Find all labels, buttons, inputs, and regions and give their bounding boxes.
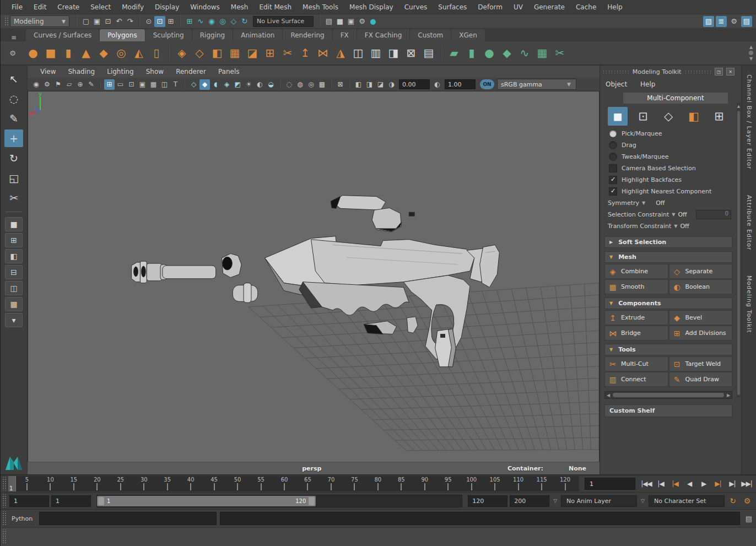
combine-button[interactable]: ◈Combine (604, 264, 668, 279)
select-hierarchy-icon[interactable]: ⊙ (143, 16, 154, 27)
command-input[interactable] (39, 512, 217, 525)
animation-start-field[interactable]: 1 (9, 495, 49, 507)
tab-modeling-toolkit[interactable]: Modeling Toolkit (744, 272, 754, 337)
radio-pick-marquee[interactable] (609, 129, 617, 138)
extract-icon[interactable]: ◧ (209, 45, 225, 61)
region-crop-icon[interactable]: ◪ (375, 79, 386, 90)
menu-create[interactable]: Create (52, 2, 85, 13)
chevron-down-icon[interactable]: ▽ (639, 498, 646, 504)
character-set-dropdown[interactable]: No Character Set (649, 495, 725, 507)
transform-constraint-row[interactable]: Transform Constraint ▼ Off (600, 220, 737, 231)
wireframe-icon[interactable]: ◇ (188, 79, 199, 90)
menu-modify[interactable]: Modify (116, 2, 149, 13)
cut-sew-uv-icon[interactable]: ✂ (552, 45, 568, 61)
menu-curves[interactable]: Curves (399, 2, 433, 13)
snap-grid-icon[interactable]: ⊞ (184, 16, 195, 27)
grid-icon[interactable]: ⊞ (104, 79, 115, 90)
multisample-icon[interactable]: ◍ (295, 79, 305, 90)
scroll-right-icon[interactable]: ▶ (725, 393, 732, 398)
edge-mode-icon[interactable]: ◇ (658, 107, 678, 126)
shelf-tab-rigging[interactable]: Rigging (192, 29, 233, 41)
smooth-shade-icon[interactable]: ◆ (199, 79, 210, 90)
shelf-scrollbar[interactable]: ▲ ▼ (747, 45, 756, 61)
scroll-thumb[interactable] (749, 51, 753, 55)
checkbox-highlight-backfaces[interactable]: ✓ (609, 176, 617, 184)
timeline-grip[interactable] (2, 477, 6, 490)
extrude-icon[interactable]: ↥ (297, 45, 314, 61)
automatic-mapping-icon[interactable]: ◆ (499, 45, 515, 61)
panel-menu-show[interactable]: Show (140, 67, 170, 77)
layout-single-pane-icon[interactable]: ■ (5, 217, 23, 231)
step-forward-frame-button[interactable]: ▶| (726, 478, 739, 490)
undo-icon[interactable]: ↶ (114, 16, 125, 27)
script-editor-icon[interactable]: ▤ (743, 513, 754, 524)
menu-mesh-display[interactable]: Mesh Display (344, 2, 399, 13)
film-gate-icon[interactable]: ▭ (115, 79, 126, 90)
object-subset-icon[interactable]: ◧ (353, 79, 364, 90)
playhead[interactable]: 1 (8, 476, 16, 491)
poly-pipe-icon[interactable]: ▯ (148, 45, 165, 61)
checkbox-highlight-nearest-component[interactable]: ✓ (609, 187, 617, 196)
play-forwards-button[interactable]: ▶ (697, 478, 710, 490)
contrast-field[interactable]: 1.00 (445, 79, 476, 89)
shelf-tab-xgen[interactable]: XGen (451, 29, 485, 41)
bevel-button[interactable]: ◆Bevel (669, 310, 733, 325)
color-management-toggle[interactable]: ON (480, 79, 494, 89)
append-polygon-icon[interactable]: ▤ (420, 45, 437, 61)
component-subset-icon[interactable]: ◨ (364, 79, 375, 90)
connect-button[interactable]: ▥Connect (604, 372, 668, 387)
panel-menu-shading[interactable]: Shading (62, 67, 101, 77)
subdivide-icon[interactable]: ⊞ (262, 45, 278, 61)
shelf-tab-fx[interactable]: FX (333, 29, 357, 41)
selection-constraint-field[interactable]: 0 (696, 210, 731, 219)
menu-mesh[interactable]: Mesh (225, 2, 254, 13)
shelf-gear-icon[interactable]: ⚙ (1, 49, 25, 57)
soft-selection-header[interactable]: ▶ Soft Selection (604, 236, 732, 248)
range-slider-bar[interactable]: 1 120 (97, 496, 316, 506)
separate-button[interactable]: ◇Separate (669, 264, 733, 279)
vertex-mode-icon[interactable]: ⊡ (633, 107, 653, 126)
target-weld-button[interactable]: ⊡Target Weld (669, 356, 733, 371)
range-grip[interactable] (2, 494, 6, 507)
scroll-up-icon[interactable]: ▲ (749, 45, 753, 50)
playback-end-field[interactable]: 120 (468, 495, 507, 507)
poly-cube-icon[interactable]: ■ (42, 45, 59, 61)
delete-edge-icon[interactable]: ⊠ (403, 45, 419, 61)
scroll-thumb[interactable] (613, 393, 724, 397)
bridge-icon[interactable]: ⋈ (315, 45, 331, 61)
smooth-button[interactable]: ▦Smooth (604, 279, 668, 294)
shelf-tab-polygons[interactable]: Polygons (100, 29, 144, 41)
shelf-menu-icon[interactable]: ≡ (2, 34, 26, 41)
attribute-editor-toggle-icon[interactable]: ▤ (741, 16, 752, 27)
close-icon[interactable]: ✕ (726, 68, 735, 75)
playback-start-field[interactable]: 1 (51, 495, 91, 507)
menu-windows[interactable]: Windows (185, 2, 225, 13)
viewport-scene[interactable]: y x z (28, 91, 600, 462)
flat-shade-icon[interactable]: ◩ (233, 79, 243, 90)
modeling-toolkit-toggle-icon[interactable]: ▧ (703, 16, 714, 27)
multi-cut-button[interactable]: ✂Multi-Cut (604, 356, 668, 371)
insert-edge-loop-icon[interactable]: ◫ (350, 45, 366, 61)
play-backwards-button[interactable]: ◀ (683, 478, 696, 490)
current-frame-field[interactable]: 1 (585, 478, 635, 490)
xray-icon[interactable]: ▩ (317, 79, 327, 90)
bevel-icon[interactable]: ◪ (244, 45, 261, 61)
menu-mesh-tools[interactable]: Mesh Tools (297, 2, 344, 13)
symmetry-row[interactable]: Symmetry ▼ Off (600, 197, 737, 208)
radio-tweak-marquee[interactable] (609, 153, 617, 161)
grease-pencil-icon[interactable]: ✎ (86, 79, 96, 90)
range-end-handle[interactable] (309, 497, 315, 505)
panel-menu-view[interactable]: View (34, 67, 62, 77)
snap-curve-icon[interactable]: ∿ (195, 16, 206, 27)
select-object-icon[interactable]: ⊡ (154, 16, 165, 27)
resolution-gate-icon[interactable]: ⊡ (126, 79, 137, 90)
panel-menu-lighting[interactable]: Lighting (101, 67, 140, 77)
redo-icon[interactable]: ↷ (125, 16, 136, 27)
last-tool-multi-cut-icon[interactable]: ✂ (4, 189, 23, 207)
textured-icon[interactable]: ◈ (222, 79, 232, 90)
paint-select-tool-icon[interactable]: ✎ (4, 110, 23, 127)
open-scene-icon[interactable]: ▣ (91, 16, 102, 27)
ipr-render-icon[interactable]: ▣ (345, 16, 357, 27)
poly-prism-icon[interactable]: ◭ (131, 45, 147, 61)
launch-render-view-icon[interactable]: ● (368, 16, 379, 27)
